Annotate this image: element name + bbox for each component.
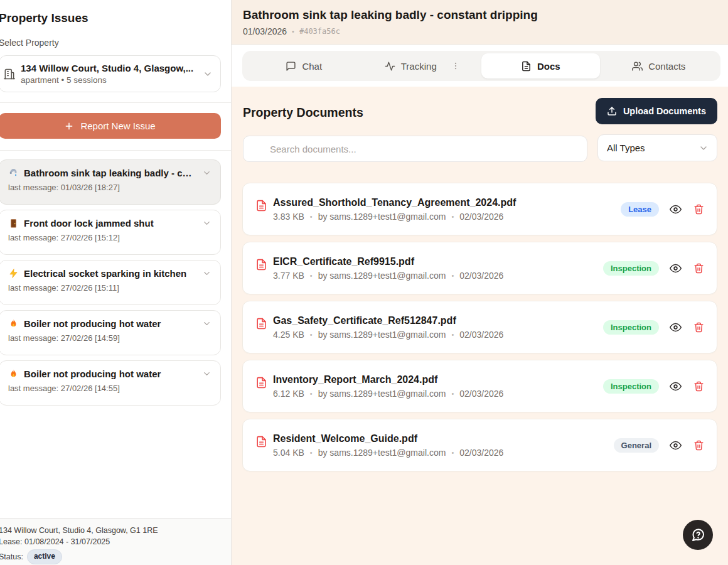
issue-last-message: last message: 27/02/26 [15:11] bbox=[8, 283, 211, 293]
issue-card[interactable]: Boiler not producing hot water last mess… bbox=[0, 360, 221, 406]
trash-icon bbox=[693, 440, 704, 451]
eye-icon bbox=[670, 321, 682, 333]
view-document-button[interactable] bbox=[670, 439, 682, 451]
issues-list: Bathroom sink tap leaking badly - consta… bbox=[0, 151, 231, 406]
issue-title: Bathroom sink tap leaking badly - consta… bbox=[24, 168, 197, 178]
tab-label: Tracking bbox=[401, 61, 437, 72]
issue-ref-id: #403fa56c bbox=[299, 27, 340, 36]
report-new-issue-label: Report New Issue bbox=[80, 121, 155, 131]
view-document-button[interactable] bbox=[670, 203, 682, 215]
footer-address: 134 Willow Court, Studio 4, Glasgow, G1 … bbox=[0, 525, 221, 536]
document-type-filter[interactable]: All Types bbox=[597, 134, 717, 161]
issue-last-message: last message: 27/02/26 [14:59] bbox=[8, 333, 211, 343]
chevron-down-icon[interactable] bbox=[202, 218, 211, 228]
pdf-file-icon bbox=[255, 200, 267, 212]
view-document-button[interactable] bbox=[670, 262, 682, 274]
issue-card[interactable]: Front door lock jammed shut last message… bbox=[0, 210, 221, 255]
document-row[interactable]: Gas_Safety_Certificate_Ref512847.pdf 4.2… bbox=[242, 301, 717, 353]
tab-label: Docs bbox=[537, 61, 560, 72]
document-row[interactable]: Resident_Welcome_Guide.pdf 5.04 KB • by … bbox=[242, 419, 717, 471]
chevron-down-icon bbox=[203, 69, 213, 79]
issue-date: 01/03/2026 bbox=[243, 26, 287, 36]
issue-icon bbox=[8, 218, 19, 229]
chevron-down-icon bbox=[699, 143, 709, 153]
tab[interactable]: Docs bbox=[481, 53, 600, 78]
document-row[interactable]: EICR_Certificate_Ref9915.pdf 3.77 KB • b… bbox=[242, 242, 717, 294]
tab[interactable]: Contacts bbox=[600, 53, 719, 78]
tab-icon bbox=[632, 61, 643, 72]
delete-document-button[interactable] bbox=[693, 321, 704, 333]
issue-title: Boiler not producing hot water bbox=[24, 369, 197, 379]
issue-icon bbox=[8, 318, 19, 329]
chevron-down-icon[interactable] bbox=[202, 269, 211, 278]
document-name: EICR_Certificate_Ref9915.pdf bbox=[273, 256, 603, 267]
trash-icon bbox=[693, 322, 704, 333]
separator-dot: • bbox=[310, 331, 313, 338]
delete-document-button[interactable] bbox=[693, 203, 704, 215]
document-type-badge: Inspection bbox=[603, 379, 659, 394]
delete-document-button[interactable] bbox=[693, 439, 704, 451]
eye-icon bbox=[670, 203, 682, 215]
upload-icon bbox=[607, 106, 617, 116]
separator-dot: • bbox=[451, 390, 454, 397]
document-meta: 3.83 KB • by sams.1289+test1@gmail.com •… bbox=[273, 212, 621, 222]
separator-dot: • bbox=[310, 213, 313, 220]
tab-icon bbox=[521, 61, 532, 72]
property-name: 134 Willow Court, Studio 4, Glasgow,... bbox=[21, 63, 203, 73]
chevron-down-icon[interactable] bbox=[202, 319, 211, 328]
document-date: 02/03/2026 bbox=[459, 389, 503, 399]
upload-documents-label: Upload Documents bbox=[623, 106, 706, 116]
documents-heading: Property Documents bbox=[243, 105, 363, 120]
footer-status-label: Status: bbox=[0, 551, 23, 562]
document-row[interactable]: Assured_Shorthold_Tenancy_Agreement_2024… bbox=[242, 183, 717, 235]
delete-document-button[interactable] bbox=[693, 380, 704, 392]
search-documents-input[interactable] bbox=[243, 136, 587, 162]
chevron-down-icon[interactable] bbox=[202, 369, 211, 379]
document-name: Resident_Welcome_Guide.pdf bbox=[273, 433, 614, 444]
delete-document-button[interactable] bbox=[693, 262, 704, 274]
plus-icon bbox=[64, 121, 74, 131]
tab-icon bbox=[286, 61, 296, 72]
document-date: 02/03/2026 bbox=[459, 212, 503, 222]
document-size: 4.25 KB bbox=[273, 330, 304, 340]
document-type-badge: Inspection bbox=[603, 261, 659, 276]
more-vertical-icon[interactable] bbox=[451, 62, 460, 70]
document-uploader: by sams.1289+test1@gmail.com bbox=[318, 271, 446, 281]
report-new-issue-button[interactable]: Report New Issue bbox=[0, 113, 221, 139]
tab[interactable]: Chat bbox=[245, 53, 363, 78]
document-uploader: by sams.1289+test1@gmail.com bbox=[318, 330, 446, 340]
issue-card[interactable]: Bathroom sink tap leaking badly - consta… bbox=[0, 159, 221, 205]
separator-dot: • bbox=[451, 331, 454, 338]
document-meta: 3.77 KB • by sams.1289+test1@gmail.com •… bbox=[273, 271, 603, 281]
document-date: 02/03/2026 bbox=[459, 448, 503, 458]
issue-last-message: last message: 27/02/26 [14:55] bbox=[8, 384, 211, 393]
tab[interactable]: Tracking bbox=[363, 53, 482, 78]
document-size: 3.83 KB bbox=[273, 212, 304, 222]
separator-dot: • bbox=[310, 272, 313, 279]
tab-bar: Chat Tracking Docs Contacts bbox=[242, 51, 720, 81]
document-date: 02/03/2026 bbox=[459, 271, 503, 281]
separator-dot: • bbox=[310, 390, 313, 397]
help-button[interactable] bbox=[683, 520, 713, 550]
issue-icon bbox=[8, 369, 19, 379]
property-selector[interactable]: 134 Willow Court, Studio 4, Glasgow,... … bbox=[0, 55, 221, 92]
eye-icon bbox=[670, 262, 682, 274]
document-type-badge: Inspection bbox=[603, 320, 659, 335]
pdf-file-icon bbox=[255, 377, 267, 389]
document-row[interactable]: Inventory_Report_March_2024.pdf 6.12 KB … bbox=[242, 360, 717, 412]
issue-card[interactable]: Boiler not producing hot water last mess… bbox=[0, 310, 221, 355]
chevron-down-icon[interactable] bbox=[202, 168, 211, 178]
issue-last-message: last message: 27/02/26 [15:12] bbox=[8, 233, 211, 242]
view-document-button[interactable] bbox=[670, 321, 682, 333]
document-meta: 6.12 KB • by sams.1289+test1@gmail.com •… bbox=[273, 389, 603, 399]
view-document-button[interactable] bbox=[670, 380, 682, 392]
issue-icon bbox=[8, 168, 19, 178]
issue-title: Boiler not producing hot water bbox=[24, 318, 197, 329]
property-meta: apartment • 5 sessions bbox=[21, 75, 203, 85]
tab-band: Chat Tracking Docs Contacts bbox=[232, 45, 728, 87]
separator-dot: • bbox=[310, 449, 313, 456]
issue-card[interactable]: Electrical socket sparking in kitchen la… bbox=[0, 260, 221, 305]
upload-documents-button[interactable]: Upload Documents bbox=[596, 98, 717, 124]
sidebar-footer: 134 Willow Court, Studio 4, Glasgow, G1 … bbox=[0, 518, 231, 565]
eye-icon bbox=[670, 380, 682, 392]
